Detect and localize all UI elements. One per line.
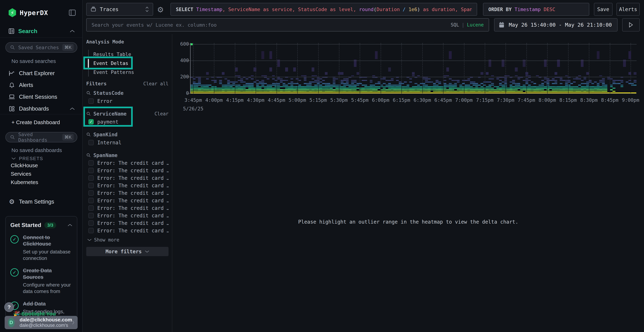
filter-option[interactable]: Internal (86, 138, 168, 147)
alerts-button[interactable]: Alerts (616, 3, 640, 16)
filter-option[interactable]: Error: The credit card … (86, 204, 168, 212)
heatmap-cell (565, 83, 568, 84)
get-started-header[interactable]: Get Started 3/3 (10, 222, 72, 228)
checkbox-unchecked[interactable] (88, 228, 94, 233)
analysis-mode-tab-event-patterns[interactable]: Event Patterns (94, 68, 134, 76)
heatmap-cell (449, 89, 452, 90)
checkbox-unchecked[interactable] (88, 98, 94, 104)
heatmap-cell (599, 75, 602, 76)
heatmap-cell (417, 88, 420, 89)
filter-option[interactable]: Error: The credit card … (86, 174, 168, 182)
heatmap-cell (217, 89, 219, 90)
heatmap-cell (246, 84, 248, 86)
checkbox-unchecked[interactable] (88, 140, 94, 145)
checkbox-unchecked[interactable] (88, 205, 94, 211)
analysis-mode-tab-results-table[interactable]: Results Table (94, 50, 131, 59)
filter-option[interactable]: Error: The credit card … (86, 189, 168, 197)
filter-option-label: Error: The credit card … (97, 198, 168, 204)
preset-clickhouse[interactable]: ClickHouse (11, 162, 38, 168)
heatmap-cell (372, 91, 375, 92)
chevron-up-icon[interactable] (70, 107, 75, 110)
order-by-input[interactable]: ORDER BY Timestamp DESC (483, 3, 589, 16)
heatmap-cell (457, 88, 460, 89)
heatmap-cell (388, 68, 391, 72)
heatmap-cell (261, 86, 264, 87)
heatmap-cell (520, 86, 523, 87)
save-button[interactable]: Save (594, 3, 612, 16)
sidebar-item-client-sessions[interactable]: Client Sessions (0, 93, 83, 101)
sql-token: as duration (420, 6, 455, 12)
heatmap-plot[interactable] (190, 43, 636, 94)
create-dashboard-button[interactable]: + Create Dashboard (0, 118, 83, 126)
heatmap-cell (261, 83, 264, 84)
user-menu[interactable]: D dale@clickhouse.com dale@clickhouse.co… (5, 316, 78, 329)
get-started-item[interactable]: ✓ Connect to ClickHouse Set up your data… (10, 234, 72, 262)
heatmap-cell (320, 78, 322, 80)
heatmap-cell (502, 89, 504, 90)
checkbox-unchecked[interactable] (88, 160, 94, 166)
presets-toggle[interactable]: PRESETS (0, 155, 83, 162)
heatmap-cell (351, 89, 354, 90)
heatmap-cell (581, 89, 584, 90)
gear-icon[interactable]: ⚙ (157, 5, 164, 14)
filter-option[interactable]: Error (86, 97, 168, 105)
filter-option[interactable]: Error: The credit card … (86, 197, 168, 204)
checkbox-unchecked[interactable] (88, 183, 94, 188)
chevron-up-icon[interactable] (68, 224, 72, 226)
clear-filter-button[interactable]: Clear (154, 111, 168, 116)
search-input[interactable]: Search your events w/ Lucene ex. column:… (86, 18, 489, 32)
filter-option[interactable]: Error: The credit card … (86, 219, 168, 227)
heatmap-cell (346, 83, 349, 84)
sidebar-item-dashboards[interactable]: Dashboards (0, 104, 83, 113)
sidebar-item-team-settings[interactable]: ⚙ Team Settings (0, 198, 83, 206)
heatmap-cell (526, 78, 528, 80)
mode-sql-toggle[interactable]: SQL (450, 22, 459, 28)
sql-select-input[interactable]: SELECT Timestamp, ServiceName as service… (170, 3, 477, 16)
heatmap-cell (599, 80, 602, 81)
mode-lucene-toggle[interactable]: Lucene (467, 22, 484, 28)
heatmap-cell (325, 88, 328, 89)
filter-option[interactable]: Error: The credit card … (86, 227, 168, 234)
saved-dashboards-input[interactable]: Saved Dashboards ⌘K (5, 132, 77, 142)
chevron-up-icon[interactable] (70, 30, 75, 32)
source-select[interactable]: Traces (86, 3, 153, 16)
sidebar-item-chart-explorer[interactable]: Chart Explorer (0, 69, 83, 78)
heatmap-cell (539, 84, 541, 86)
checkbox-unchecked[interactable] (88, 198, 94, 203)
filter-option[interactable]: ✓payment (86, 118, 168, 126)
heatmap-cell (526, 91, 528, 92)
run-query-button[interactable] (622, 18, 640, 32)
checkbox-unchecked[interactable] (88, 175, 94, 181)
checkbox-unchecked[interactable] (88, 168, 94, 173)
analysis-mode-tab-event-deltas[interactable]: Event Deltas (94, 59, 128, 68)
clear-all-button[interactable]: Clear all (143, 81, 168, 86)
heatmap-cell (597, 91, 600, 92)
sidebar-item-search[interactable]: Search (0, 27, 83, 36)
heatmap-cell (354, 91, 356, 92)
preset-services[interactable]: Services (11, 171, 31, 177)
show-more-button[interactable]: Show more (86, 236, 168, 244)
filter-option[interactable]: Error: The credit card … (86, 159, 168, 167)
preset-kubernetes[interactable]: Kubernetes (11, 179, 38, 185)
checkbox-checked[interactable]: ✓ (88, 119, 94, 124)
more-filters-button[interactable]: More filters (86, 247, 168, 256)
sidebar-item-alerts[interactable]: Alerts (0, 81, 83, 90)
heatmap-cell (312, 82, 314, 83)
filter-option[interactable]: Error: The credit card … (86, 212, 168, 219)
filter-option[interactable]: Error: The credit card … (86, 182, 168, 189)
heatmap-cell (404, 82, 406, 83)
heatmap-cell (512, 82, 515, 83)
heatmap-cell (454, 88, 457, 89)
help-button[interactable]: ? (4, 302, 14, 312)
checkbox-unchecked[interactable] (88, 220, 94, 226)
heatmap-cell (460, 84, 462, 86)
collapse-sidebar-icon[interactable] (69, 10, 76, 16)
saved-searches-input[interactable]: Saved Searches ⌘K (5, 42, 77, 52)
checkbox-unchecked[interactable] (88, 190, 94, 196)
date-range-picker[interactable]: May 26 15:40:00 - May 26 21:10:00 (494, 18, 618, 32)
heatmap-cell (425, 88, 428, 89)
checkbox-unchecked[interactable] (88, 213, 94, 218)
heatmap-cell (280, 89, 283, 90)
get-started-item[interactable]: ✓ Create Data Sources Configure where yo… (10, 267, 72, 294)
filter-option[interactable]: Error: The credit card … (86, 167, 168, 174)
